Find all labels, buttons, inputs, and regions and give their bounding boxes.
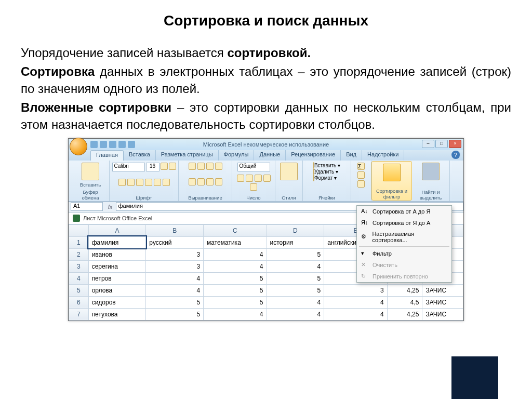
align-left-icon[interactable] (189, 178, 196, 185)
clipboard-label: Буфер обмена (75, 189, 106, 201)
title-bar[interactable]: Microsoft Excel некоммерческое использов… (69, 139, 463, 150)
font-size-box[interactable]: 16 (146, 163, 159, 171)
para2-bold: Сортировка (21, 64, 95, 78)
menu-clear[interactable]: ✕Очистить (357, 259, 451, 271)
ribbon-find-select-button[interactable]: Найти и выделить (412, 161, 450, 201)
slide-title: Сортировка и поиск данных (21, 12, 511, 29)
table-row: 6сидоров55444,5ЗАЧИС (69, 296, 463, 308)
tab-review[interactable]: Рецензирование (286, 150, 341, 161)
styles-icon[interactable] (280, 163, 298, 180)
sort-az-icon: A↓ (361, 208, 368, 215)
para1-text: Упорядочение записей называется (21, 46, 227, 60)
percent-icon[interactable] (246, 175, 253, 182)
cells-format[interactable]: Формат ▾ (313, 175, 337, 181)
qat-print-icon[interactable] (118, 141, 126, 148)
cell[interactable]: история (267, 236, 324, 248)
para2-text: данных в электронных таблицах – это упор… (21, 64, 511, 95)
border-icon[interactable] (145, 179, 152, 186)
clear-filter-icon: ✕ (361, 261, 368, 269)
ribbon-tabs: Главная Вставка Разметка страницы Формул… (69, 150, 463, 161)
para1-bold: сортировкой. (227, 46, 311, 60)
fillcolor-icon[interactable] (154, 179, 161, 186)
number-label: Число (246, 195, 260, 201)
underline-icon[interactable] (136, 179, 143, 186)
inc-dec-icon[interactable] (263, 175, 271, 182)
qat-redo-icon[interactable] (109, 141, 116, 148)
menu-filter[interactable]: ▾Фильтр (357, 248, 451, 259)
fill-icon[interactable] (357, 171, 365, 179)
comma-icon[interactable] (255, 175, 262, 182)
align-mid-icon[interactable] (197, 163, 205, 170)
custom-sort-icon: ⚙ (361, 233, 368, 241)
ribbon-group-cells: Вставить ▾ Удалить ▾ Формат ▾ Ячейки (303, 161, 351, 201)
qat-more-icon[interactable] (128, 141, 135, 148)
align-right-icon[interactable] (206, 178, 214, 185)
cells-label: Ячейки (318, 195, 335, 201)
tab-insert[interactable]: Вставка (124, 150, 156, 161)
align-bot-icon[interactable] (206, 163, 214, 170)
wrap-icon[interactable] (215, 163, 222, 170)
fontcolor-icon[interactable] (163, 179, 170, 186)
qat-undo-icon[interactable] (100, 141, 107, 148)
col-header-D[interactable]: D (267, 224, 324, 236)
cells-delete[interactable]: Удалить ▾ (313, 169, 338, 175)
qat-save-icon[interactable] (90, 141, 98, 148)
sort-filter-icon (383, 164, 401, 181)
sort-filter-menu: A↓Сортировка от А до Я Я↓Сортировка от Я… (356, 205, 452, 283)
font-label: Шрифт (136, 195, 152, 201)
ribbon-sort-filter-button[interactable]: Сортировка и фильтр (371, 161, 412, 201)
col-header-A[interactable]: A (88, 224, 146, 236)
bold-icon[interactable] (118, 179, 126, 186)
ribbon-group-styles: Стили (275, 161, 303, 201)
ribbon-group-alignment: Выравнивание (179, 161, 232, 201)
col-header-B[interactable]: B (146, 224, 204, 236)
select-all-corner[interactable] (69, 224, 89, 236)
cell[interactable]: математика (204, 236, 267, 248)
shrink-font-icon[interactable] (169, 163, 176, 170)
menu-reapply[interactable]: ↻Применить повторно (357, 271, 451, 282)
tab-data[interactable]: Данные (254, 150, 286, 161)
menu-custom-sort[interactable]: ⚙Настраиваемая сортировка... (357, 229, 451, 245)
dec-dec-icon[interactable] (250, 183, 257, 191)
tab-view[interactable]: Вид (341, 150, 362, 161)
row-header[interactable]: 1 (69, 236, 89, 248)
excel-window: Microsoft Excel некоммерческое использов… (68, 138, 464, 321)
find-icon (422, 163, 440, 180)
cell[interactable]: фамилия (88, 236, 146, 248)
help-icon[interactable]: ? (451, 151, 460, 159)
number-format-box[interactable]: Общий (237, 163, 270, 171)
name-box[interactable]: A1 (71, 202, 103, 211)
close-button[interactable]: × (449, 140, 461, 148)
minimize-button[interactable]: – (422, 140, 434, 148)
reapply-icon: ↻ (361, 273, 368, 280)
tab-pagelayout[interactable]: Разметка страницы (156, 150, 219, 161)
tab-formulas[interactable]: Формулы (219, 150, 255, 161)
cell[interactable]: русский (146, 236, 204, 248)
menu-sort-az[interactable]: A↓Сортировка от А до Я (357, 206, 451, 217)
paste-icon[interactable] (82, 163, 99, 180)
align-center-icon[interactable] (197, 178, 205, 185)
tab-home[interactable]: Главная (90, 150, 124, 161)
window-title: Microsoft Excel некоммерческое использов… (203, 141, 329, 148)
col-header-C[interactable]: C (204, 224, 267, 236)
italic-icon[interactable] (127, 179, 135, 186)
para3-bold: Вложенные сортировки (21, 100, 171, 114)
background-slide-strip (451, 356, 498, 399)
menu-sort-za[interactable]: Я↓Сортировка от Я до А (357, 217, 451, 229)
ribbon-group-clipboard: Вставить Буфер обмена (72, 161, 110, 201)
sort-filter-label: Сортировка и фильтр (375, 188, 408, 200)
grow-font-icon[interactable] (161, 163, 168, 170)
quick-access-toolbar[interactable] (90, 141, 135, 148)
fx-icon[interactable]: fx (105, 204, 116, 210)
ribbon: Вставить Буфер обмена Calibri 16 (69, 161, 463, 202)
currency-icon[interactable] (237, 175, 244, 182)
align-top-icon[interactable] (189, 163, 196, 170)
tab-addins[interactable]: Надстройки (362, 150, 404, 161)
cells-insert[interactable]: Вставить ▾ (313, 163, 340, 168)
autosum-icon[interactable]: Σ (357, 163, 365, 170)
clear-icon[interactable] (357, 180, 365, 188)
merge-icon[interactable] (215, 178, 222, 185)
font-name-box[interactable]: Calibri (112, 163, 145, 171)
office-orb[interactable] (70, 138, 87, 155)
maximize-button[interactable]: □ (435, 140, 448, 148)
